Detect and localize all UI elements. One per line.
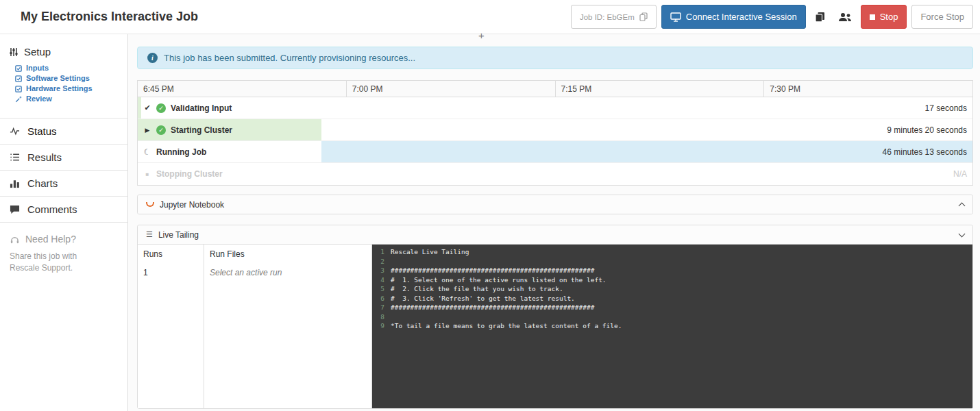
sidebar-link-review[interactable]: Review xyxy=(15,94,127,104)
nav-item-label: Charts xyxy=(27,177,58,189)
checkbox-icon xyxy=(15,65,22,72)
setup-links: Inputs Software Settings Hardware Settin… xyxy=(0,63,127,118)
expand-icon[interactable]: ▶ xyxy=(143,127,151,134)
chevron-up-icon[interactable] xyxy=(959,203,966,210)
in-progress-icon: ☾ xyxy=(143,147,151,157)
need-help-label: Need Help? xyxy=(25,234,76,245)
page-title: My Electronics Interactive Job xyxy=(21,10,198,24)
sidebar-nav: Status Results Charts Comments xyxy=(0,118,127,223)
connect-interactive-session-button[interactable]: Connect Interactive Session xyxy=(661,5,806,29)
timeline-time: 6:45 PM xyxy=(138,81,346,97)
terminal-line: # 2. Click the file that you wish to tra… xyxy=(384,284,563,294)
sidebar-item-results[interactable]: Results xyxy=(0,145,127,171)
bar-chart-icon xyxy=(10,178,20,188)
monitor-icon xyxy=(670,12,681,22)
timeline-time: 7:00 PM xyxy=(346,81,555,97)
panel-title: Jupyter Notebook xyxy=(160,200,224,210)
force-stop-button[interactable]: Force Stop xyxy=(911,5,973,29)
sidebar-item-charts[interactable]: Charts xyxy=(0,171,127,197)
live-tailing-body: Runs 1 Run Files Select an active run 1R… xyxy=(138,244,972,408)
timeline-row-starting-cluster[interactable]: ▶ ✓ Starting Cluster 9 minutes 20 second… xyxy=(138,119,972,141)
chevron-down-icon[interactable] xyxy=(959,230,966,237)
runs-header: Runs xyxy=(143,249,198,259)
stop-button[interactable]: Stop xyxy=(861,5,907,29)
timeline-row-duration: 46 minutes 13 seconds xyxy=(883,147,972,157)
run-files-header: Run Files xyxy=(210,249,366,259)
timeline-row-label: Running Job xyxy=(156,147,206,157)
terminal-line xyxy=(384,312,395,322)
line-number: 6 xyxy=(372,294,384,303)
line-number: 5 xyxy=(372,284,384,294)
setup-label: Setup xyxy=(24,46,51,58)
runs-column: Runs 1 xyxy=(138,245,204,408)
terminal-line: ########################################… xyxy=(384,266,594,275)
comment-icon xyxy=(10,204,20,214)
main-content: i This job has been submitted. Currently… xyxy=(128,34,980,411)
menu-lines-icon: ☰ xyxy=(146,230,153,239)
timeline-row-validating-input[interactable]: ✔ ✓ Validating Input 17 seconds xyxy=(138,97,972,119)
help-section: Need Help? Share this job with Rescale S… xyxy=(0,234,127,275)
terminal-line: # 3. Click 'Refresh' to get the latest r… xyxy=(384,294,575,303)
sliders-icon xyxy=(9,47,19,57)
timeline-header: 6:45 PM 7:00 PM 7:15 PM 7:30 PM xyxy=(138,81,972,97)
checkbox-icon xyxy=(15,75,22,82)
line-number: 7 xyxy=(372,303,384,312)
stop-icon xyxy=(870,14,875,20)
timeline-row-running-job[interactable]: ☾ Running Job 46 minutes 13 seconds xyxy=(138,141,972,163)
connect-session-label: Connect Interactive Session xyxy=(686,12,797,22)
live-tailing-panel: ☰ Live Tailing Runs 1 Run Files Select a… xyxy=(137,225,973,409)
check-icon: ✔ xyxy=(143,103,151,112)
timeline-row-duration: 17 seconds xyxy=(925,103,972,113)
status-timeline: 6:45 PM 7:00 PM 7:15 PM 7:30 PM ✔ ✓ Vali… xyxy=(137,80,973,186)
nav-item-label: Comments xyxy=(27,203,77,215)
info-alert: i This job has been submitted. Currently… xyxy=(137,47,973,69)
terminal-line: # 1. Select one of the active runs liste… xyxy=(384,275,607,285)
timeline-row-label: Starting Cluster xyxy=(171,125,232,135)
checkbox-icon xyxy=(15,86,22,92)
run-files-column: Run Files Select an active run xyxy=(204,245,372,408)
sidebar-item-comments[interactable]: Comments xyxy=(0,197,127,223)
terminal-line: *To tail a file means to grab the latest… xyxy=(384,321,622,331)
setup-link-label: Review xyxy=(26,94,52,104)
sidebar-link-software-settings[interactable]: Software Settings xyxy=(15,73,127,84)
wand-icon xyxy=(15,96,22,103)
setup-link-label: Software Settings xyxy=(26,73,90,84)
clone-job-button[interactable] xyxy=(811,5,829,29)
live-tailing-panel-header[interactable]: ☰ Live Tailing xyxy=(138,225,972,244)
clone-icon xyxy=(815,12,825,22)
force-stop-label: Force Stop xyxy=(920,12,964,22)
terminal-line: ########################################… xyxy=(384,303,594,312)
share-job-button[interactable] xyxy=(834,5,856,29)
terminal-line: Rescale Live Tailing xyxy=(384,247,469,257)
headset-icon xyxy=(10,234,20,245)
sidebar-item-status[interactable]: Status xyxy=(0,119,127,145)
line-number: 8 xyxy=(372,312,384,322)
timeline-row-duration: 9 minutes 20 seconds xyxy=(887,125,972,135)
job-id-button[interactable]: Job ID: EbGEm xyxy=(571,5,657,29)
jupyter-notebook-panel-header[interactable]: Jupyter Notebook xyxy=(138,195,972,214)
users-icon xyxy=(838,12,852,22)
header-actions: Job ID: EbGEm Connect Interactive Sessio… xyxy=(571,5,973,29)
timeline-row-stopping-cluster[interactable]: ■ Stopping Cluster N/A xyxy=(138,163,972,185)
timeline-bar xyxy=(321,141,972,162)
timeline-time: 7:15 PM xyxy=(555,81,764,97)
sidebar: Setup Inputs Software Settings Hardware … xyxy=(0,34,128,411)
sidebar-link-inputs[interactable]: Inputs xyxy=(15,63,127,73)
help-description: Share this job with Rescale Support. xyxy=(10,251,100,275)
need-help-link[interactable]: Need Help? xyxy=(10,234,127,245)
timeline-row-duration: N/A xyxy=(953,169,972,179)
nav-item-label: Results xyxy=(27,151,62,163)
run-item[interactable]: 1 xyxy=(143,268,198,277)
pulse-icon xyxy=(10,126,20,136)
sidebar-link-hardware-settings[interactable]: Hardware Settings xyxy=(15,84,127,94)
info-icon: i xyxy=(147,53,158,63)
line-number: 2 xyxy=(372,257,384,266)
line-number: 3 xyxy=(372,266,384,275)
header: My Electronics Interactive Job Job ID: E… xyxy=(0,0,980,34)
add-panel-button[interactable]: + xyxy=(478,30,485,40)
status-complete-icon: ✓ xyxy=(156,103,166,113)
line-number: 9 xyxy=(372,321,384,331)
live-tailing-terminal: 1Rescale Live Tailing 2 3###############… xyxy=(372,245,972,408)
stop-label: Stop xyxy=(880,12,898,22)
job-id-label: Job ID: EbGEm xyxy=(580,13,635,21)
